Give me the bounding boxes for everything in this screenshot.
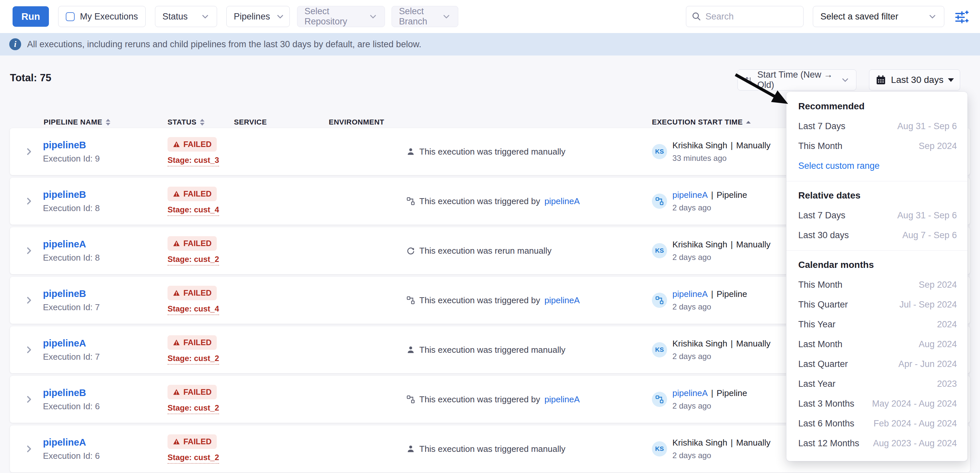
sort-dropdown-label: Start Time (New → Old) — [757, 70, 836, 90]
failed-stage-link[interactable]: Stage: cust_2 — [167, 354, 219, 365]
search-box[interactable] — [686, 6, 803, 27]
date-option-label: This Quarter — [798, 300, 848, 310]
trigger-pipeline-link[interactable]: pipelineA — [544, 196, 580, 206]
chevron-down-icon — [928, 12, 937, 21]
date-option-last-7-days[interactable]: Last 7 Days Aug 31 - Sep 6 — [786, 116, 967, 136]
trigger-text: This execution was triggered by — [419, 295, 540, 306]
chevron-down-icon — [201, 12, 210, 21]
pipeline-name-link[interactable]: pipelineA — [43, 338, 86, 349]
menu-divider — [786, 181, 967, 181]
trigger-text: This execution was rerun manually — [419, 246, 552, 256]
sort-dropdown[interactable]: Start Time (New → Old) — [738, 69, 856, 90]
date-option-select-custom-range[interactable]: Select custom range — [786, 156, 967, 176]
date-option-this-month[interactable]: This Month Sep 2024 — [786, 275, 967, 295]
separator: | — [730, 338, 733, 349]
chevron-right-icon[interactable] — [24, 444, 34, 454]
menu-section-header: Relative dates — [786, 186, 967, 205]
failed-stage-link[interactable]: Stage: cust_2 — [167, 255, 219, 265]
status-label: FAILED — [183, 288, 212, 298]
column-header-status[interactable]: STATUS — [167, 117, 205, 127]
date-option-last-30-days[interactable]: Last 30 days Aug 7 - Sep 6 — [786, 225, 967, 245]
failed-stage-link[interactable]: Stage: cust_4 — [167, 304, 219, 315]
chevron-right-icon[interactable] — [24, 197, 34, 206]
trigger-pipeline-link[interactable]: pipelineA — [544, 394, 580, 405]
chevron-right-icon[interactable] — [24, 296, 34, 305]
pipeline-name-link[interactable]: pipelineB — [43, 189, 86, 200]
date-option-this-quarter[interactable]: This Quarter Jul - Sep 2024 — [786, 295, 967, 314]
search-icon — [692, 11, 702, 21]
date-option-last-quarter[interactable]: Last Quarter Apr - Jun 2024 — [786, 354, 967, 374]
column-header-execution-start-time[interactable]: EXECUTION START TIME — [652, 117, 751, 127]
date-option-value: Jul - Sep 2024 — [899, 300, 957, 310]
info-icon: i — [9, 38, 21, 50]
date-option-last-7-days[interactable]: Last 7 Days Aug 31 - Sep 6 — [786, 205, 967, 225]
select-custom-range-link[interactable]: Select custom range — [798, 161, 880, 171]
status-dropdown[interactable]: Status — [155, 6, 217, 27]
date-option-this-month[interactable]: This Month Sep 2024 — [786, 136, 967, 156]
column-header-pipeline-name[interactable]: PIPELINE NAME — [44, 117, 110, 127]
chevron-right-icon[interactable] — [24, 395, 34, 404]
pipeline-trigger-icon — [406, 296, 415, 305]
saved-filter-dropdown[interactable]: Select a saved filter — [813, 6, 944, 27]
warning-icon — [173, 389, 180, 396]
my-executions-filter[interactable]: My Executions — [58, 6, 146, 27]
chevron-right-icon[interactable] — [24, 147, 34, 156]
pipeline-name-link[interactable]: pipelineB — [43, 288, 86, 299]
execution-id: Execution Id: 7 — [43, 302, 100, 313]
date-option-value: 2024 — [937, 319, 957, 330]
status-badge: FAILED — [167, 236, 217, 251]
column-header-label: SERVICE — [234, 118, 267, 127]
date-option-value: 2023 — [937, 379, 957, 389]
pipelines-dropdown[interactable]: Pipelines — [226, 6, 290, 27]
calendar-icon — [875, 74, 886, 86]
total-count: Total: 75 — [10, 72, 51, 84]
run-button[interactable]: Run — [13, 6, 49, 27]
select-repository-dropdown[interactable]: Select Repository — [297, 6, 385, 27]
date-option-last-12-months[interactable]: Last 12 Months Aug 2023 - Aug 2024 — [786, 433, 967, 453]
triggered-by-name: Krishika Singh — [672, 140, 727, 151]
trigger-kind: Manually — [736, 338, 770, 349]
chevron-right-icon[interactable] — [24, 246, 34, 256]
date-option-label: This Month — [798, 141, 843, 151]
failed-stage-link[interactable]: Stage: cust_2 — [167, 453, 219, 464]
date-option-last-year[interactable]: Last Year 2023 — [786, 374, 967, 394]
status-badge: FAILED — [167, 187, 217, 201]
search-input[interactable] — [705, 11, 788, 22]
pipeline-name-link[interactable]: pipelineB — [43, 140, 86, 151]
chevron-right-icon[interactable] — [24, 345, 34, 354]
warning-icon — [173, 190, 180, 197]
menu-divider — [786, 250, 967, 251]
pipelines-dropdown-label: Pipelines — [234, 11, 270, 22]
avatar: KS — [652, 144, 667, 159]
warning-icon — [173, 289, 180, 297]
my-executions-checkbox[interactable] — [66, 12, 75, 21]
date-option-last-6-months[interactable]: Last 6 Months Feb 2024 - Aug 2024 — [786, 414, 967, 433]
filter-settings-button[interactable] — [954, 8, 970, 25]
pipeline-name-link[interactable]: pipelineA — [43, 239, 86, 250]
pipeline-name-link[interactable]: pipelineA — [43, 437, 86, 448]
execution-id: Execution Id: 9 — [43, 154, 100, 164]
date-option-label: This Year — [798, 319, 835, 330]
trigger-text: This execution was triggered by — [419, 196, 540, 206]
caret-down-icon — [948, 78, 954, 82]
triggered-by-pipeline-link[interactable]: pipelineA — [672, 388, 708, 398]
failed-stage-link[interactable]: Stage: cust_3 — [167, 156, 219, 167]
date-option-this-year[interactable]: This Year 2024 — [786, 314, 967, 334]
triggered-by-pipeline-link[interactable]: pipelineA — [672, 289, 708, 299]
date-option-value: Sep 2024 — [918, 141, 957, 151]
person-icon — [406, 147, 415, 156]
my-executions-label: My Executions — [80, 11, 138, 22]
failed-stage-link[interactable]: Stage: cust_2 — [167, 403, 219, 414]
failed-stage-link[interactable]: Stage: cust_4 — [167, 205, 219, 216]
date-option-label: Last Month — [798, 339, 843, 349]
date-range-button[interactable]: Last 30 days — [869, 69, 960, 90]
date-range-label: Last 30 days — [891, 75, 943, 85]
select-branch-dropdown[interactable]: Select Branch — [391, 6, 458, 27]
date-option-last-3-months[interactable]: Last 3 Months May 2024 - Aug 2024 — [786, 394, 967, 414]
trigger-pipeline-link[interactable]: pipelineA — [544, 295, 580, 306]
triggered-by-pipeline-link[interactable]: pipelineA — [672, 190, 708, 200]
date-option-last-month[interactable]: Last Month Aug 2024 — [786, 334, 967, 354]
pipeline-name-link[interactable]: pipelineB — [43, 387, 86, 398]
pipeline-icon — [655, 197, 664, 205]
separator: | — [711, 388, 713, 398]
